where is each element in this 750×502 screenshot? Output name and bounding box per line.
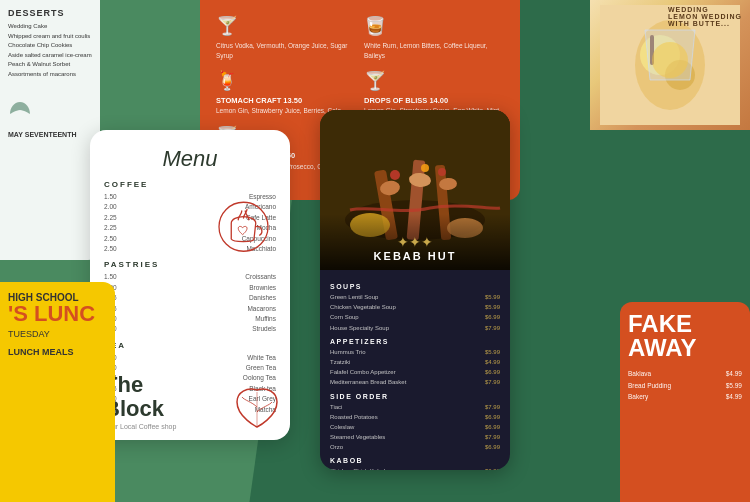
coffee-section-title: COFFEE	[104, 180, 276, 189]
desserts-card: DESSERTS Wedding Cake Whipped cream and …	[0, 0, 100, 260]
kebab-app-3: Falafel Combo Appetizer $6.99	[330, 367, 500, 377]
fakeaway-item-1-price: $4.99	[726, 368, 742, 380]
fakeaway-item-2: Bread Pudding $5.99	[628, 380, 742, 392]
kebab-side-5: Orzo $6.99	[330, 442, 500, 452]
kebab-side-5-name: Orzo	[330, 442, 343, 452]
fakeaway-card: FAKE AWAY Baklava $4.99 Bread Pudding $5…	[620, 302, 750, 502]
kebab-app-4-price: $7.99	[485, 377, 500, 387]
dessert-item-4: Aside salted caramel ice-cream	[8, 51, 92, 61]
desserts-title: DESSERTS	[8, 8, 92, 18]
cocktail-1-icon: 🍸	[216, 14, 356, 39]
kebab-kabob-1-price: $6.99	[485, 466, 500, 470]
kebab-app-3-name: Falafel Combo Appetizer	[330, 367, 396, 377]
school-subtitle: LUNCH MEALS	[8, 347, 107, 357]
svg-point-18	[438, 168, 446, 176]
dessert-date: MAY SEVENTEENTH	[8, 129, 92, 140]
kebab-soup-4-name: House Specialty Soup	[330, 323, 389, 333]
cocktail-4-name: DROPS OF BLISS 14.00	[364, 96, 448, 105]
kebab-kabob-1-name: Chicken Shish Kabob	[330, 466, 387, 470]
dessert-item-5: Peach & Walnut Sorbet	[8, 60, 92, 70]
fakeaway-title: FAKE AWAY	[628, 312, 742, 360]
dessert-item-3: Chocolate Chip Cookies	[8, 41, 92, 51]
coffee-card: Menu COFFEE 1.50 Espresso 2.00 Americano…	[90, 130, 290, 440]
tea-item-1-name: White Tea	[247, 353, 276, 363]
dessert-item-1: Wedding Cake	[8, 22, 92, 32]
dessert-item-6: Assortments of macarons	[8, 70, 92, 80]
kebab-side-2-price: $6.99	[485, 412, 500, 422]
cocktail-3-icon: 🍹	[216, 69, 356, 94]
pastry-item-1: 1.50 Croissants	[104, 272, 276, 282]
school-title: 'S LUNC	[8, 303, 107, 325]
kebab-soups-title: SOUPS	[330, 283, 500, 290]
cocktail-1-desc: Citrus Vodka, Vermouth, Orange Juice, Su…	[216, 42, 348, 59]
school-day: TUESDAY	[8, 329, 107, 339]
kebab-sides-title: SIDE ORDER	[330, 393, 500, 400]
svg-point-17	[421, 164, 429, 172]
kebab-soup-3-name: Corn Soup	[330, 312, 359, 322]
kebab-app-1-name: Hummus Trio	[330, 347, 366, 357]
cocktail-4-icon: 🍸	[364, 69, 504, 94]
pastry-item-4-name: Macarons	[247, 304, 276, 314]
fakeaway-item-3-price: $4.99	[726, 391, 742, 403]
cocktail-3-name: STOMACH CRAFT 13.50	[216, 96, 302, 105]
kebab-menu-content: SOUPS Green Lentil Soup $5.99 Chicken Ve…	[320, 270, 510, 470]
coffee-item-5-price: 2.50	[104, 234, 117, 244]
kebab-app-4-name: Mediterranean Bread Basket	[330, 377, 406, 387]
pastry-item-6: 2.50 Strudels	[104, 324, 276, 334]
fakeaway-item-3-name: Bakery	[628, 391, 648, 403]
kebab-side-2: Roasted Potatoes $6.99	[330, 412, 500, 422]
kebab-side-3-name: Coleslaw	[330, 422, 354, 432]
wedding-line1: WEDDING	[668, 6, 742, 13]
kebab-soup-2: Chicken Vegetable Soup $5.99	[330, 302, 500, 312]
pastry-item-6-name: Strudels	[252, 324, 276, 334]
dessert-item-2: Whipped cream and fruit coulis	[8, 32, 92, 42]
fakeaway-item-3: Bakery $4.99	[628, 391, 742, 403]
kebab-app-2-name: Tzatziki	[330, 357, 350, 367]
fakeaway-item-1-name: Baklava	[628, 368, 651, 380]
kebab-side-4-name: Steamed Vegetables	[330, 432, 385, 442]
pastry-item-4: 2.25 Macarons	[104, 304, 276, 314]
fakeaway-item-1: Baklava $4.99	[628, 368, 742, 380]
kebab-side-2-name: Roasted Potatoes	[330, 412, 378, 422]
wedding-photo: WEDDING lemon wedding with butte...	[590, 0, 750, 130]
kebab-soup-2-price: $5.99	[485, 302, 500, 312]
cocktail-2: 🥃 White Rum, Lemon Bitters, Coffee Lique…	[364, 14, 504, 61]
kebab-side-5-price: $6.99	[485, 442, 500, 452]
fakeaway-items: Baklava $4.99 Bread Pudding $5.99 Bakery…	[628, 368, 742, 403]
svg-point-16	[390, 170, 400, 180]
coffee-item-3-price: 2.25	[104, 213, 117, 223]
kebab-side-3: Coleslaw $6.99	[330, 422, 500, 432]
menu-title: Menu	[104, 146, 276, 172]
fakeaway-item-2-name: Bread Pudding	[628, 380, 671, 392]
coffee-item-2-price: 2.00	[104, 202, 117, 212]
pastry-item-2-name: Brownies	[249, 283, 276, 293]
kebab-kabob-title: KABOB	[330, 457, 500, 464]
coffee-item-1-price: 1.50	[104, 192, 117, 202]
pastry-item-2: 2.00 Brownies	[104, 283, 276, 293]
kebab-side-1-name: Tiaci	[330, 402, 342, 412]
kebab-soup-3-price: $6.99	[485, 312, 500, 322]
kebab-side-1: Tiaci $7.99	[330, 402, 500, 412]
wedding-line2: lemon wedding	[668, 13, 742, 20]
kebab-brand-icon: ✦✦✦	[330, 234, 500, 250]
kebab-soup-3: Corn Soup $6.99	[330, 312, 500, 322]
wedding-line3: with butte...	[668, 20, 742, 27]
kebab-app-2-price: $4.99	[485, 357, 500, 367]
kebab-photo: ✦✦✦ KEBAB HUT	[320, 110, 510, 270]
kebab-appetizers-title: APPETIZERS	[330, 338, 500, 345]
pastry-item-1-price: 1.50	[104, 272, 117, 282]
svg-point-5	[652, 42, 688, 78]
kebab-soup-1-name: Green Lentil Soup	[330, 292, 378, 302]
wedding-badge: WEDDING lemon wedding with butte...	[668, 6, 742, 27]
cocktail-2-desc: White Rum, Lemon Bitters, Coffee Liqueur…	[364, 42, 487, 59]
coffee-item-6-price: 2.50	[104, 244, 117, 254]
leaf-icon	[232, 382, 282, 432]
kebab-app-3-price: $6.99	[485, 367, 500, 377]
kebab-app-1-price: $5.99	[485, 347, 500, 357]
pastry-item-5: 2.50 Muffins	[104, 314, 276, 324]
cocktail-1: 🍸 Citrus Vodka, Vermouth, Orange Juice, …	[216, 14, 356, 61]
tea-section-title: TEA	[104, 341, 276, 350]
pastry-item-3: 2.25 Danishes	[104, 293, 276, 303]
kebab-side-4-price: $7.99	[485, 432, 500, 442]
kebab-side-3-price: $6.99	[485, 422, 500, 432]
